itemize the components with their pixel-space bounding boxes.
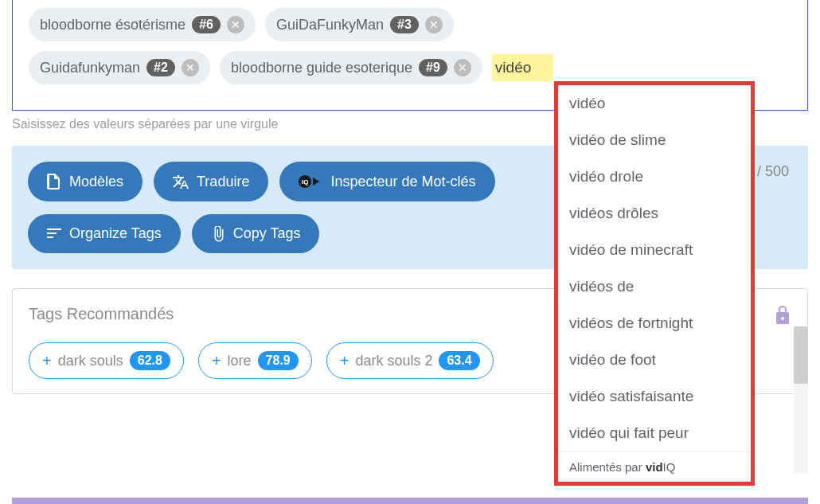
char-count: / 500 [757, 163, 789, 180]
recommended-tag[interactable]: + dark souls 2 63.4 [326, 342, 494, 379]
autocomplete-item[interactable]: vidéo satisfaisante [558, 378, 751, 415]
rec-tag-score: 62.8 [130, 351, 170, 370]
scrollbar[interactable] [794, 326, 808, 474]
svg-text:IQ: IQ [302, 178, 308, 186]
button-label: Modèles [69, 174, 123, 190]
brand-rest: IQ [663, 460, 676, 474]
autocomplete-footer: Alimentés par vidIQ [558, 451, 751, 482]
rec-tag-label: dark souls 2 [355, 353, 432, 369]
keyword-inspector-button[interactable]: IQ Inspecteur de Mot-clés [279, 162, 494, 201]
sort-icon [47, 229, 61, 240]
translate-button[interactable]: Traduire [154, 162, 268, 201]
button-label: Traduire [197, 174, 249, 190]
autocomplete-item[interactable]: vidéo qui fait peur [558, 415, 751, 451]
plus-icon: + [42, 352, 52, 370]
file-icon [47, 174, 61, 189]
rec-tag-label: dark souls [58, 353, 123, 369]
close-icon[interactable]: ✕ [454, 59, 471, 76]
tag-label: bloodborne guide esoterique [231, 60, 412, 76]
tag-pill[interactable]: GuiDaFunkyMan #3 ✕ [265, 8, 454, 41]
recommended-tag[interactable]: + dark souls 62.8 [29, 342, 184, 379]
button-label: Organize Tags [69, 225, 162, 242]
autocomplete-item[interactable]: vidéos drôles [558, 195, 751, 232]
autocomplete-item[interactable]: vidéos de fortnight [558, 305, 751, 342]
tag-rank-badge: #6 [192, 16, 221, 33]
scroll-thumb[interactable] [794, 326, 808, 384]
autocomplete-dropdown: vidéo vidéo de slime vidéo drole vidéos … [554, 81, 755, 486]
close-icon[interactable]: ✕ [425, 16, 443, 33]
close-icon[interactable]: ✕ [227, 16, 244, 33]
footer-prefix: Alimentés par [569, 460, 646, 474]
tag-label: Guidafunkyman [40, 60, 140, 76]
tag-row: Guidafunkyman #2 ✕ bloodborne guide esot… [29, 51, 791, 84]
close-icon[interactable]: ✕ [182, 59, 199, 76]
footer-divider [12, 498, 808, 504]
lock-icon [774, 305, 791, 326]
tag-pill[interactable]: bloodborne guide esoterique #9 ✕ [220, 51, 482, 84]
tag-row: bloodborne ésotérisme #6 ✕ GuiDaFunkyMan… [29, 8, 791, 41]
models-button[interactable]: Modèles [28, 162, 143, 201]
autocomplete-item[interactable]: vidéo [558, 85, 751, 122]
rec-tag-score: 78.9 [258, 351, 299, 370]
autocomplete-item[interactable]: vidéo de foot [558, 342, 751, 378]
copy-tags-button[interactable]: Copy Tags [192, 214, 320, 253]
plus-icon: + [340, 352, 349, 370]
tag-text-input[interactable] [492, 54, 553, 81]
autocomplete-item[interactable]: vidéos de [558, 268, 751, 305]
tag-rank-badge: #3 [390, 16, 419, 33]
tag-pill[interactable]: Guidafunkyman #2 ✕ [29, 51, 210, 84]
button-label: Copy Tags [233, 225, 301, 242]
recommended-tag[interactable]: + lore 78.9 [198, 342, 312, 379]
rec-tag-score: 63.4 [439, 351, 479, 370]
tag-rank-badge: #2 [146, 59, 175, 76]
organize-tags-button[interactable]: Organize Tags [28, 214, 181, 253]
plus-icon: + [212, 352, 221, 370]
autocomplete-item[interactable]: vidéo de slime [558, 122, 751, 158]
autocomplete-item[interactable]: vidéo de minecraft [558, 232, 751, 268]
autocomplete-item[interactable]: vidéo drole [558, 158, 751, 195]
tag-pill[interactable]: bloodborne ésotérisme #6 ✕ [29, 8, 256, 41]
iq-play-icon: IQ [299, 173, 322, 190]
translate-icon [173, 174, 189, 189]
tag-label: GuiDaFunkyMan [276, 17, 384, 33]
button-label: Inspecteur de Mot-clés [330, 174, 475, 190]
tag-rank-badge: #9 [419, 59, 447, 76]
rec-tag-label: lore [228, 353, 252, 369]
brand-bold: vid [646, 460, 663, 474]
paperclip-icon [211, 226, 225, 242]
tag-label: bloodborne ésotérisme [40, 17, 185, 33]
